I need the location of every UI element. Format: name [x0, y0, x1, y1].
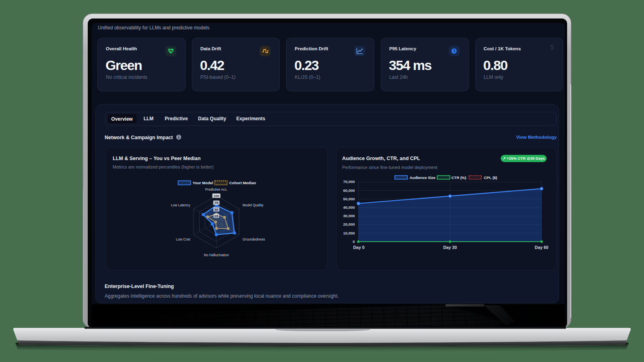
svg-text:75: 75: [215, 201, 218, 205]
svg-text:10,000: 10,000: [343, 231, 355, 235]
svg-text:70,000: 70,000: [343, 179, 355, 184]
svg-text:Your Model: Your Model: [192, 181, 213, 185]
svg-text:Cohort Median: Cohort Median: [229, 181, 256, 185]
svg-text:CTR (%): CTR (%): [451, 175, 466, 180]
svg-text:0: 0: [353, 239, 355, 244]
svg-text:100: 100: [213, 194, 219, 198]
svg-text:Model Quality: Model Quality: [242, 203, 264, 207]
svg-text:25: 25: [215, 214, 218, 218]
svg-text:Day 0: Day 0: [353, 245, 364, 250]
svg-text:Low Latency: Low Latency: [171, 203, 190, 207]
svg-text:50,000: 50,000: [343, 197, 355, 201]
svg-text:No Hallucination: No Hallucination: [204, 253, 229, 257]
svg-text:Audience Size: Audience Size: [409, 175, 435, 180]
svg-text:50: 50: [215, 208, 218, 212]
svg-text:Day 30: Day 30: [443, 245, 457, 250]
svg-text:Low Cost: Low Cost: [176, 237, 190, 241]
svg-text:CPL ($): CPL ($): [484, 175, 497, 180]
svg-text:20,000: 20,000: [343, 222, 355, 226]
svg-text:Day 60: Day 60: [535, 245, 548, 250]
svg-text:60,000: 60,000: [343, 188, 355, 193]
svg-text:Predictive Acc.: Predictive Acc.: [205, 187, 227, 191]
svg-text:40,000: 40,000: [343, 205, 355, 210]
svg-text:30,000: 30,000: [343, 214, 355, 218]
svg-text:Groundedness: Groundedness: [242, 237, 265, 241]
